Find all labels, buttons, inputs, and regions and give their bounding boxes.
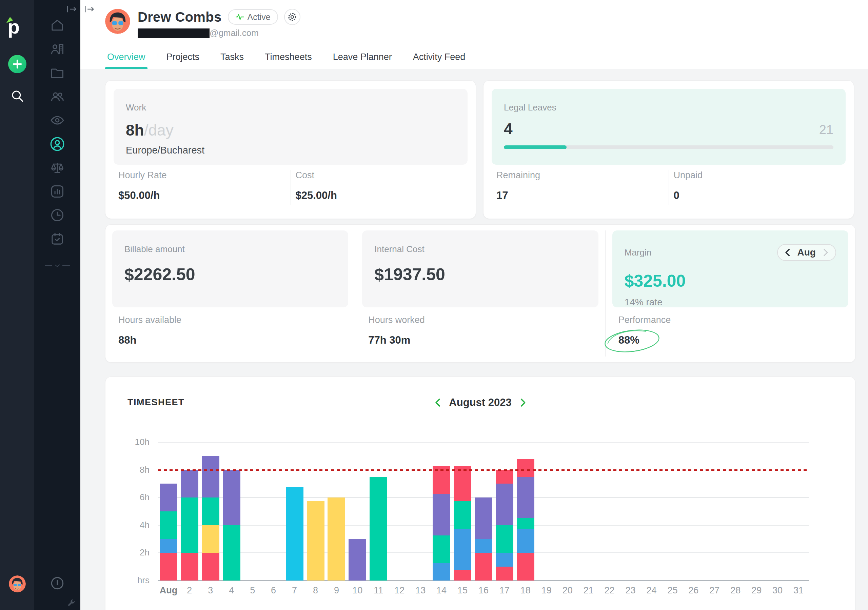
bar-day-4[interactable]	[223, 470, 240, 581]
x-label-22: 22	[599, 585, 620, 596]
bar-segment-purple[interactable]	[517, 477, 534, 518]
bar-segment-red[interactable]	[202, 553, 219, 581]
bar-segment-purple[interactable]	[496, 484, 513, 525]
remaining-label: Remaining	[496, 170, 664, 181]
scales-icon[interactable]	[50, 160, 65, 175]
bar-segment-blue[interactable]	[517, 529, 534, 553]
bar-segment-red[interactable]	[181, 553, 198, 581]
bar-segment-red[interactable]	[454, 466, 471, 501]
bar-segment-yellow[interactable]	[327, 497, 345, 581]
bar-day-1[interactable]	[160, 484, 177, 581]
tab-leave-planner[interactable]: Leave Planner	[331, 48, 394, 69]
bar-segment-green[interactable]	[454, 501, 471, 529]
bar-segment-purple[interactable]	[202, 456, 219, 497]
bar-day-3[interactable]	[202, 456, 219, 581]
bar-segment-green[interactable]	[181, 497, 198, 553]
tab-activity-feed[interactable]: Activity Feed	[411, 48, 468, 69]
wrench-icon[interactable]	[67, 599, 76, 607]
financial-card: Billable amount $2262.50 Hours available…	[105, 224, 856, 362]
user-profile-icon[interactable]	[50, 136, 65, 152]
bar-segment-red[interactable]	[475, 553, 492, 581]
sidebar-expand-button[interactable]	[67, 5, 77, 13]
rail-avatar[interactable]	[9, 576, 26, 592]
bar-segment-yellow[interactable]	[202, 525, 219, 553]
bar-segment-purple[interactable]	[349, 539, 366, 581]
bar-day-15[interactable]	[454, 466, 471, 581]
x-label-21: 21	[578, 585, 599, 596]
bar-segment-green[interactable]	[517, 518, 534, 529]
bar-segment-purple[interactable]	[475, 497, 492, 539]
bar-segment-purple[interactable]	[160, 484, 177, 511]
bar-segment-red[interactable]	[454, 570, 471, 581]
profile-avatar[interactable]	[105, 9, 130, 34]
folder-icon[interactable]	[50, 65, 65, 81]
add-button[interactable]	[8, 55, 26, 73]
bar-segment-red[interactable]	[496, 567, 513, 581]
search-button[interactable]	[10, 89, 25, 103]
clock-icon[interactable]	[50, 207, 65, 223]
reports-icon[interactable]	[50, 184, 65, 199]
bar-day-17[interactable]	[496, 470, 513, 581]
x-label-2: 2	[179, 585, 200, 596]
team-icon[interactable]	[50, 89, 65, 104]
status-badge[interactable]: Active	[228, 9, 278, 25]
alert-circle-icon[interactable]	[50, 576, 64, 590]
employees-icon[interactable]	[50, 41, 65, 57]
bar-day-10[interactable]	[349, 539, 366, 581]
bar-segment-cyan[interactable]	[286, 487, 304, 581]
bar-segment-blue[interactable]	[160, 539, 177, 553]
eye-icon[interactable]	[50, 113, 65, 128]
bar-segment-green[interactable]	[202, 497, 219, 525]
prev-month-button[interactable]	[434, 398, 440, 407]
profile-tabs: OverviewProjectsTasksTimesheetsLeave Pla…	[105, 48, 856, 69]
paymo-logo[interactable]: p	[8, 16, 27, 37]
chart-plot	[158, 442, 809, 581]
next-month-button[interactable]	[521, 398, 526, 407]
bar-segment-red[interactable]	[496, 470, 513, 484]
bar-segment-blue[interactable]	[454, 529, 471, 570]
home-icon[interactable]	[50, 18, 65, 33]
tab-timesheets[interactable]: Timesheets	[263, 48, 314, 69]
sidebar-collapse-divider[interactable]	[45, 264, 70, 268]
chevron-right-icon[interactable]	[823, 248, 829, 257]
tab-projects[interactable]: Projects	[164, 48, 202, 69]
hourly-rate-value: $50.00/h	[118, 189, 286, 202]
calendar-check-icon[interactable]	[50, 231, 65, 247]
bar-segment-red[interactable]	[432, 466, 450, 494]
panel-expand-button[interactable]	[84, 5, 95, 13]
tab-tasks[interactable]: Tasks	[219, 48, 246, 69]
bar-day-18[interactable]	[517, 459, 534, 581]
bar-day-7[interactable]	[286, 487, 304, 581]
bar-segment-blue[interactable]	[496, 553, 513, 567]
bar-segment-green[interactable]	[160, 511, 177, 539]
bar-segment-blue[interactable]	[432, 563, 450, 581]
bar-segment-green[interactable]	[496, 525, 513, 553]
x-label-31: 31	[788, 585, 809, 596]
bar-segment-purple[interactable]	[432, 494, 450, 536]
bar-segment-purple[interactable]	[181, 470, 198, 498]
bar-segment-green[interactable]	[223, 525, 240, 581]
chevron-left-icon[interactable]	[784, 248, 790, 257]
tab-overview[interactable]: Overview	[105, 48, 147, 69]
bar-segment-blue[interactable]	[475, 539, 492, 553]
bar-day-16[interactable]	[475, 497, 492, 581]
bar-segment-red[interactable]	[517, 553, 534, 581]
settings-button[interactable]	[284, 9, 301, 25]
bar-day-9[interactable]	[327, 497, 345, 581]
remaining-value: 17	[496, 189, 664, 202]
hours-available-label: Hours available	[118, 315, 342, 325]
bar-day-14[interactable]	[432, 466, 450, 581]
bar-day-11[interactable]	[370, 477, 387, 581]
bar-segment-green[interactable]	[432, 536, 450, 563]
cost-label: Cost	[296, 170, 463, 181]
x-label-17: 17	[494, 585, 515, 596]
margin-month-selector[interactable]: Aug	[777, 244, 836, 261]
bar-segment-red[interactable]	[160, 553, 177, 581]
hand-drawn-circle	[603, 327, 660, 355]
bar-segment-red[interactable]	[517, 459, 534, 477]
bar-day-2[interactable]	[181, 470, 198, 581]
bar-segment-green[interactable]	[370, 477, 387, 581]
bar-segment-purple[interactable]	[223, 470, 240, 525]
bar-day-8[interactable]	[307, 501, 324, 581]
bar-segment-yellow[interactable]	[307, 501, 324, 581]
